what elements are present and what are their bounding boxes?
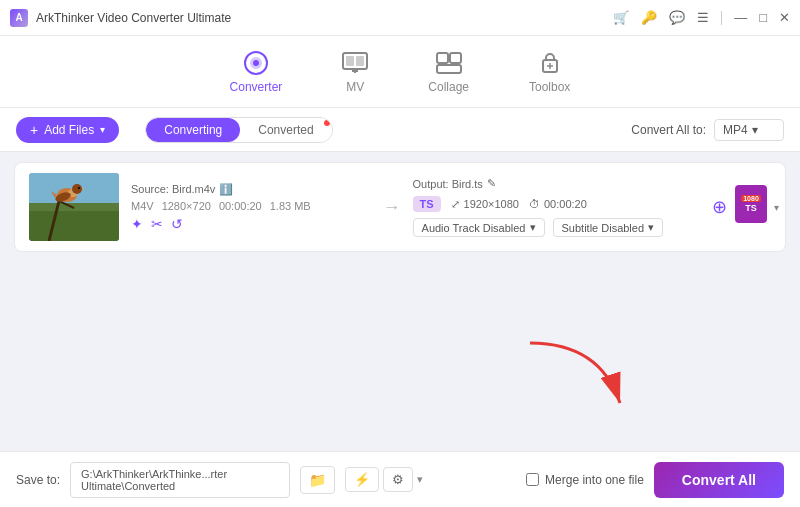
- convert-all-button[interactable]: Convert All: [654, 462, 784, 498]
- settings-dropdown-icon[interactable]: ▾: [417, 473, 423, 486]
- app-title: ArkThinker Video Converter Ultimate: [36, 11, 613, 25]
- audio-track-dropdown[interactable]: Audio Track Disabled ▾: [413, 218, 545, 237]
- source-label: Source: Bird.m4v: [131, 183, 215, 195]
- add-output-button[interactable]: ⊕: [712, 196, 727, 218]
- file-right: ⊕ 1080 TS ▾: [712, 185, 771, 229]
- settings-icon-button-1[interactable]: ⚡: [345, 467, 379, 492]
- resolution-badge: 1080: [741, 195, 761, 202]
- svg-rect-4: [346, 56, 354, 66]
- tab-converted[interactable]: Converted: [240, 118, 331, 142]
- settings-icon-button-2[interactable]: ⚙: [383, 467, 413, 492]
- output-section: Output: Bird.ts ✎ TS ⤢ 1920×1080 ⏱ 00:00…: [413, 177, 700, 237]
- toolbar: + Add Files ▾ Converting Converted Conve…: [0, 108, 800, 152]
- menu-icon[interactable]: ☰: [697, 10, 709, 25]
- clock-icon: ⏱: [529, 198, 540, 210]
- app-window: A ArkThinker Video Converter Ultimate 🛒 …: [0, 0, 800, 507]
- nav-mv[interactable]: MV: [342, 50, 368, 94]
- chat-icon[interactable]: 💬: [669, 10, 685, 25]
- converter-label: Converter: [230, 80, 283, 94]
- scissors-icon[interactable]: ✂: [151, 216, 163, 232]
- convert-all-to-section: Convert All to: MP4 ▾: [631, 119, 784, 141]
- window-controls: 🛒 🔑 💬 ☰ — □ ✕: [613, 10, 790, 25]
- output-format-badge: TS: [413, 196, 441, 212]
- nav-collage[interactable]: Collage: [428, 50, 469, 94]
- info-icon[interactable]: ℹ️: [219, 183, 233, 196]
- file-info: Source: Bird.m4v ℹ️ M4V 1280×720 00:00:2…: [131, 183, 371, 232]
- svg-rect-10: [437, 65, 461, 73]
- edit-output-icon[interactable]: ✎: [487, 177, 496, 190]
- cart-icon[interactable]: 🛒: [613, 10, 629, 25]
- save-to-label: Save to:: [16, 473, 60, 487]
- add-files-dropdown-icon: ▾: [100, 124, 105, 135]
- output-header: Output: Bird.ts ✎: [413, 177, 700, 190]
- rotate-icon[interactable]: ↺: [171, 216, 183, 232]
- file-row: Source: Bird.m4v ℹ️ M4V 1280×720 00:00:2…: [14, 162, 786, 252]
- output-duration-stat: ⏱ 00:00:20: [529, 198, 587, 210]
- output-resolution: 1920×1080: [464, 198, 519, 210]
- convert-all-to-label: Convert All to:: [631, 123, 706, 137]
- nav-bar: Converter MV Col: [0, 36, 800, 108]
- minimize-button[interactable]: —: [734, 10, 747, 25]
- selected-format: MP4: [723, 123, 748, 137]
- svg-point-22: [78, 187, 80, 189]
- title-bar: A ArkThinker Video Converter Ultimate 🛒 …: [0, 0, 800, 36]
- effect-icon[interactable]: ✦: [131, 216, 143, 232]
- conversion-arrow: →: [383, 197, 401, 218]
- toolbox-icon: [537, 50, 563, 76]
- tab-converting[interactable]: Converting: [146, 118, 240, 142]
- converter-icon: [243, 50, 269, 76]
- output-duration: 00:00:20: [544, 198, 587, 210]
- app-logo: A: [10, 9, 28, 27]
- file-meta: M4V 1280×720 00:00:20 1.83 MB: [131, 200, 371, 212]
- output-format-row: TS ⤢ 1920×1080 ⏱ 00:00:20: [413, 196, 700, 212]
- output-ts-badge: 1080 TS: [735, 185, 767, 223]
- merge-check-label[interactable]: Merge into one file: [526, 473, 644, 487]
- format-badge-text: TS: [745, 203, 757, 213]
- badge-dropdown-icon[interactable]: ▾: [774, 202, 779, 213]
- mv-icon: [342, 50, 368, 76]
- tab-converted-label: Converted: [258, 123, 313, 137]
- collage-icon: [436, 50, 462, 76]
- output-badge-container: 1080 TS ▾: [735, 185, 771, 229]
- subtitle-dropdown-icon: ▾: [648, 221, 654, 234]
- resize-icon: ⤢: [451, 198, 460, 211]
- close-button[interactable]: ✕: [779, 10, 790, 25]
- output-resolution-stat: ⤢ 1920×1080: [451, 198, 519, 211]
- key-icon[interactable]: 🔑: [641, 10, 657, 25]
- merge-checkbox[interactable]: [526, 473, 539, 486]
- file-size: 1.83 MB: [270, 200, 311, 212]
- output-dropdowns: Audio Track Disabled ▾ Subtitle Disabled…: [413, 218, 700, 237]
- toolbox-label: Toolbox: [529, 80, 570, 94]
- format-select[interactable]: MP4 ▾: [714, 119, 784, 141]
- divider: [721, 11, 722, 25]
- file-duration: 00:00:20: [219, 200, 262, 212]
- mv-label: MV: [346, 80, 364, 94]
- file-source-row: Source: Bird.m4v ℹ️: [131, 183, 371, 196]
- browse-folder-button[interactable]: 📁: [300, 466, 335, 494]
- bottom-icons: ⚡ ⚙ ▾: [345, 467, 423, 492]
- save-path-text: G:\ArkThinker\ArkThinke...rter Ultimate\…: [81, 468, 227, 492]
- svg-rect-9: [450, 53, 461, 63]
- subtitle-dropdown[interactable]: Subtitle Disabled ▾: [553, 218, 664, 237]
- thumbnail: [29, 173, 119, 241]
- output-label: Output: Bird.ts: [413, 178, 483, 190]
- svg-rect-8: [437, 53, 448, 63]
- save-path-input[interactable]: G:\ArkThinker\ArkThinke...rter Ultimate\…: [70, 462, 290, 498]
- audio-track-label: Audio Track Disabled: [422, 222, 526, 234]
- plus-icon: +: [30, 122, 38, 138]
- bottom-bar: Save to: G:\ArkThinker\ArkThinke...rter …: [0, 451, 800, 507]
- subtitle-label: Subtitle Disabled: [562, 222, 645, 234]
- nav-toolbox[interactable]: Toolbox: [529, 50, 570, 94]
- file-format: M4V: [131, 200, 154, 212]
- audio-dropdown-icon: ▾: [530, 221, 536, 234]
- tab-group: Converting Converted: [145, 117, 332, 143]
- maximize-button[interactable]: □: [759, 10, 767, 25]
- nav-converter[interactable]: Converter: [230, 50, 283, 94]
- tab-converting-label: Converting: [164, 123, 222, 137]
- add-files-button[interactable]: + Add Files ▾: [16, 117, 119, 143]
- format-dropdown-icon: ▾: [752, 123, 758, 137]
- file-resolution: 1280×720: [162, 200, 211, 212]
- svg-rect-16: [29, 211, 119, 241]
- svg-rect-5: [356, 56, 364, 66]
- collage-label: Collage: [428, 80, 469, 94]
